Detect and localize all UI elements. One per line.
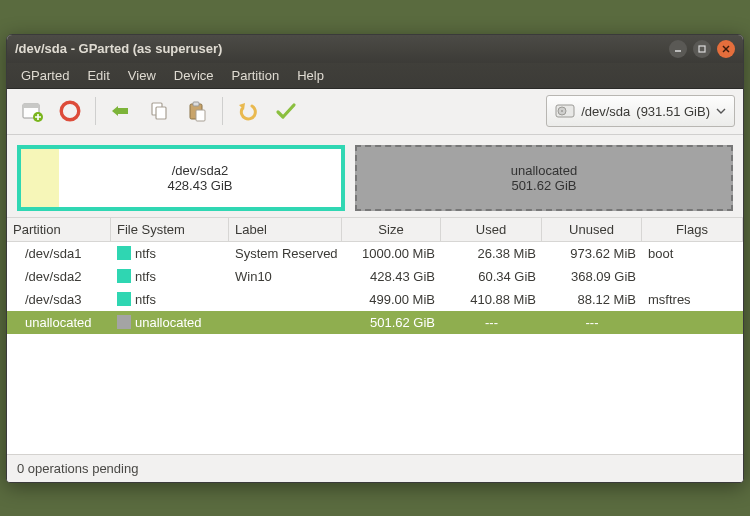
map-segment-sda2[interactable]: /dev/sda2 428.43 GiB [17, 145, 345, 211]
svg-rect-1 [699, 46, 705, 52]
cell-partition: /dev/sda2 [7, 267, 111, 286]
status-text: 0 operations pending [17, 461, 138, 476]
cell-unused: 88.12 MiB [542, 290, 642, 309]
window-title: /dev/sda - GParted (as superuser) [15, 41, 663, 56]
cell-label: Win10 [229, 267, 342, 286]
cell-flags [642, 313, 743, 332]
cell-used: --- [441, 313, 542, 332]
paste-button[interactable] [180, 94, 214, 128]
map-unalloc-name: unallocated [511, 163, 578, 178]
device-size: (931.51 GiB) [636, 104, 710, 119]
cell-unused: --- [542, 313, 642, 332]
cell-label [229, 313, 342, 332]
cell-filesystem: unallocated [111, 313, 229, 332]
menu-partition[interactable]: Partition [224, 65, 288, 86]
cell-partition: /dev/sda1 [7, 244, 111, 263]
maximize-button[interactable] [693, 40, 711, 58]
col-filesystem[interactable]: File System [111, 218, 229, 241]
svg-point-24 [561, 110, 563, 112]
table-body: /dev/sda1ntfsSystem Reserved1000.00 MiB2… [7, 242, 743, 334]
map-segment-unallocated[interactable]: unallocated 501.62 GiB [355, 145, 733, 211]
cell-used: 410.88 MiB [441, 290, 542, 309]
menu-help[interactable]: Help [289, 65, 332, 86]
copy-button[interactable] [142, 94, 176, 128]
col-used[interactable]: Used [441, 218, 542, 241]
statusbar: 0 operations pending [7, 454, 743, 482]
map-unalloc-size: 501.62 GiB [511, 178, 576, 193]
toolbar: /dev/sda (931.51 GiB) [7, 89, 743, 135]
col-partition[interactable]: Partition [7, 218, 111, 241]
fs-color-swatch [117, 292, 131, 306]
cell-flags: boot [642, 244, 743, 263]
delete-partition-button[interactable] [53, 94, 87, 128]
cell-size: 499.00 MiB [342, 290, 441, 309]
svg-rect-21 [196, 110, 205, 121]
toolbar-separator [95, 97, 96, 125]
cell-partition: /dev/sda3 [7, 290, 111, 309]
harddisk-icon [555, 103, 575, 119]
cell-filesystem: ntfs [111, 290, 229, 309]
col-flags[interactable]: Flags [642, 218, 743, 241]
map-used-region [21, 149, 59, 207]
fs-color-swatch [117, 246, 131, 260]
table-row[interactable]: /dev/sda2ntfsWin10428.43 GiB60.34 GiB368… [7, 265, 743, 288]
undo-button[interactable] [231, 94, 265, 128]
svg-rect-20 [193, 102, 199, 106]
cell-label [229, 290, 342, 309]
map-partition-size: 428.43 GiB [167, 178, 232, 193]
minimize-button[interactable] [669, 40, 687, 58]
fs-color-swatch [117, 269, 131, 283]
svg-rect-5 [23, 104, 39, 108]
cell-size: 428.43 GiB [342, 267, 441, 286]
titlebar[interactable]: /dev/sda - GParted (as superuser) [7, 35, 743, 63]
col-label[interactable]: Label [229, 218, 342, 241]
fs-color-swatch [117, 315, 131, 329]
menu-edit[interactable]: Edit [79, 65, 117, 86]
apply-button[interactable] [269, 94, 303, 128]
chevron-down-icon [716, 106, 726, 116]
partition-map: /dev/sda2 428.43 GiB unallocated 501.62 … [7, 135, 743, 217]
device-selector[interactable]: /dev/sda (931.51 GiB) [546, 95, 735, 127]
table-row[interactable]: /dev/sda3ntfs499.00 MiB410.88 MiB88.12 M… [7, 288, 743, 311]
table-row[interactable]: unallocatedunallocated501.62 GiB------ [7, 311, 743, 334]
cell-used: 26.38 MiB [441, 244, 542, 263]
col-unused[interactable]: Unused [542, 218, 642, 241]
cell-filesystem: ntfs [111, 244, 229, 263]
cell-size: 1000.00 MiB [342, 244, 441, 263]
col-size[interactable]: Size [342, 218, 441, 241]
new-partition-button[interactable] [15, 94, 49, 128]
cell-unused: 973.62 MiB [542, 244, 642, 263]
cell-label: System Reserved [229, 244, 342, 263]
gparted-window: /dev/sda - GParted (as superuser) GParte… [6, 34, 744, 483]
cell-filesystem: ntfs [111, 267, 229, 286]
resize-move-button[interactable] [104, 94, 138, 128]
table-header: Partition File System Label Size Used Un… [7, 217, 743, 242]
partition-table: Partition File System Label Size Used Un… [7, 217, 743, 454]
cell-partition: unallocated [7, 313, 111, 332]
map-partition-name: /dev/sda2 [172, 163, 228, 178]
menu-device[interactable]: Device [166, 65, 222, 86]
cell-size: 501.62 GiB [342, 313, 441, 332]
cell-flags: msftres [642, 290, 743, 309]
close-button[interactable] [717, 40, 735, 58]
menubar: GParted Edit View Device Partition Help [7, 63, 743, 89]
toolbar-separator [222, 97, 223, 125]
menu-gparted[interactable]: GParted [13, 65, 77, 86]
table-row[interactable]: /dev/sda1ntfsSystem Reserved1000.00 MiB2… [7, 242, 743, 265]
cell-unused: 368.09 GiB [542, 267, 642, 286]
menu-view[interactable]: View [120, 65, 164, 86]
device-name: /dev/sda [581, 104, 630, 119]
svg-rect-16 [118, 108, 128, 114]
svg-rect-18 [156, 107, 166, 119]
cell-flags [642, 267, 743, 286]
cell-used: 60.34 GiB [441, 267, 542, 286]
